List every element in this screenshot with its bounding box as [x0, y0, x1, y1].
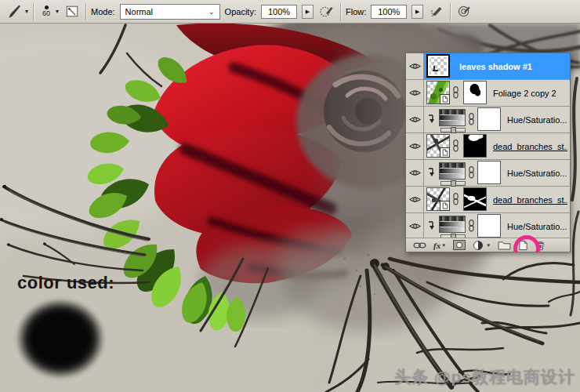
- layer-mask-thumbnail[interactable]: [463, 187, 487, 211]
- brush-color-swatch: [12, 295, 109, 383]
- blend-mode-value: Normal: [125, 7, 153, 16]
- mode-label: Mode:: [91, 7, 115, 16]
- blend-mode-select[interactable]: Normal ⌄: [120, 4, 220, 20]
- visibility-toggle[interactable]: [406, 80, 424, 106]
- layer-name: Hue/Saturatio...: [507, 169, 567, 178]
- mask-link-icon: [452, 193, 459, 209]
- opacity-input[interactable]: 100%: [261, 5, 297, 19]
- smart-object-badge-icon: [440, 94, 450, 104]
- layer-thumbnail[interactable]: [426, 81, 450, 104]
- flow-input[interactable]: 100%: [371, 5, 407, 19]
- brush-preview-icon: 60: [38, 5, 54, 17]
- layer-row[interactable]: Hue/Saturatio...: [406, 213, 570, 240]
- layer-mask-art: [478, 215, 500, 237]
- mask-link-icon: [468, 166, 475, 182]
- layer-name: Hue/Saturatio...: [507, 222, 567, 231]
- brush-preset-picker[interactable]: 60 ▾: [38, 5, 59, 17]
- layer-row[interactable]: dead_branches_st...: [406, 133, 570, 160]
- toolbar-divider: [33, 3, 34, 20]
- new-adjustment-layer-button[interactable]: ▼: [473, 239, 491, 251]
- smart-object-badge-icon: [440, 147, 450, 158]
- chevron-down-icon: ⌄: [208, 8, 215, 16]
- tablet-pressure-size-icon[interactable]: [455, 3, 473, 20]
- watermark-text: 头条 @ps教程电商设计: [394, 366, 575, 388]
- chevron-down-icon: ▾: [25, 9, 28, 15]
- layer-thumbnail[interactable]: [439, 216, 466, 233]
- layer-row[interactable]: leaves shadow #1: [406, 53, 570, 80]
- visibility-toggle[interactable]: [406, 53, 424, 79]
- airbrush-toggle-icon[interactable]: [428, 3, 445, 20]
- layer-style-button[interactable]: fx▼: [433, 239, 446, 251]
- add-layer-mask-button[interactable]: [453, 239, 466, 251]
- layer-row[interactable]: Hue/Saturatio...: [406, 107, 570, 133]
- tool-preset-picker[interactable]: ▾: [6, 3, 28, 20]
- layer-thumbnail-art: [440, 163, 465, 179]
- layers-list: leaves shadow #1 Foliage 2 copy 2 Hue/Sa…: [406, 53, 570, 240]
- photoshop-window: ▾ 60 ▾ Mode: Normal ⌄ Opacity: 100% ▶ Fl…: [0, 0, 580, 392]
- layer-row[interactable]: Foliage 2 copy 2: [406, 80, 570, 107]
- mask-link-icon: [452, 86, 459, 102]
- layers-panel-footer: fx▼▼: [406, 238, 570, 252]
- visibility-toggle[interactable]: [406, 187, 424, 212]
- visibility-toggle[interactable]: [406, 107, 424, 132]
- layer-thumbnail-art: [440, 216, 465, 232]
- layers-panel: leaves shadow #1 Foliage 2 copy 2 Hue/Sa…: [405, 53, 571, 252]
- layer-thumbnail-art: [428, 56, 448, 76]
- layer-mask-art: [464, 135, 486, 157]
- flow-slider-button[interactable]: ▶: [411, 5, 423, 19]
- layer-name: dead_branches_st...: [493, 142, 567, 151]
- brush-tool-icon: [6, 3, 24, 20]
- layer-name: Hue/Saturatio...: [507, 115, 567, 125]
- layer-mask-art: [464, 188, 486, 210]
- toolbar-divider: [340, 3, 341, 20]
- opacity-value: 100%: [268, 7, 290, 16]
- link-layers-button[interactable]: [413, 239, 426, 251]
- layer-mask-thumbnail[interactable]: [463, 134, 487, 158]
- layer-mask-art: [464, 82, 486, 103]
- layer-thumbnail[interactable]: [426, 187, 450, 211]
- visibility-toggle[interactable]: [406, 133, 424, 159]
- layer-thumbnail[interactable]: [426, 54, 450, 78]
- layer-row[interactable]: Hue/Saturatio...: [406, 160, 570, 187]
- layer-mask-thumbnail[interactable]: [477, 161, 501, 184]
- opacity-label: Opacity:: [225, 7, 256, 16]
- toolbar-divider: [85, 3, 86, 20]
- chevron-down-icon: ▾: [56, 9, 59, 15]
- new-layer-button[interactable]: [518, 239, 528, 251]
- layer-thumbnail[interactable]: [426, 134, 450, 158]
- clipping-mask-arrow-icon: [427, 220, 435, 234]
- mask-link-icon: [468, 113, 475, 129]
- tablet-pressure-opacity-icon[interactable]: [318, 3, 335, 20]
- layer-mask-thumbnail[interactable]: [463, 81, 487, 104]
- clipping-mask-arrow-icon: [427, 114, 435, 128]
- visibility-toggle[interactable]: [406, 160, 424, 186]
- layer-name: dead_branches_st...: [493, 195, 567, 205]
- tool-options-bar: ▾ 60 ▾ Mode: Normal ⌄ Opacity: 100% ▶ Fl…: [0, 0, 580, 24]
- layer-mask-thumbnail[interactable]: [477, 214, 501, 238]
- smart-object-badge-icon: [440, 201, 450, 211]
- clipping-mask-arrow-icon: [427, 167, 435, 181]
- visibility-toggle[interactable]: [406, 213, 424, 239]
- color-used-label: color used:: [17, 273, 114, 293]
- layer-mask-thumbnail[interactable]: [477, 107, 501, 131]
- new-group-button[interactable]: [498, 239, 511, 251]
- layer-thumbnail[interactable]: [439, 162, 466, 180]
- mask-link-icon: [452, 140, 459, 155]
- layer-row[interactable]: dead_branches_st...: [406, 187, 570, 213]
- opacity-slider-button[interactable]: ▶: [302, 5, 314, 19]
- delete-layer-button[interactable]: [535, 239, 546, 251]
- layer-mask-art: [478, 162, 500, 183]
- mask-link-icon: [468, 220, 475, 235]
- adjustment-slider-icon: [440, 181, 466, 186]
- layer-name: leaves shadow #1: [459, 62, 532, 71]
- toolbar-divider: [450, 3, 451, 20]
- layer-mask-art: [478, 108, 500, 130]
- layer-name: Foliage 2 copy 2: [493, 89, 556, 98]
- adjustment-slider-icon: [440, 128, 466, 132]
- toggle-brushes-panel-button[interactable]: [63, 3, 81, 20]
- flow-label: Flow:: [346, 7, 366, 16]
- flow-value: 100%: [378, 7, 400, 16]
- brush-size-value: 60: [42, 10, 50, 17]
- layer-thumbnail[interactable]: [439, 109, 466, 126]
- layer-thumbnail-art: [440, 110, 465, 125]
